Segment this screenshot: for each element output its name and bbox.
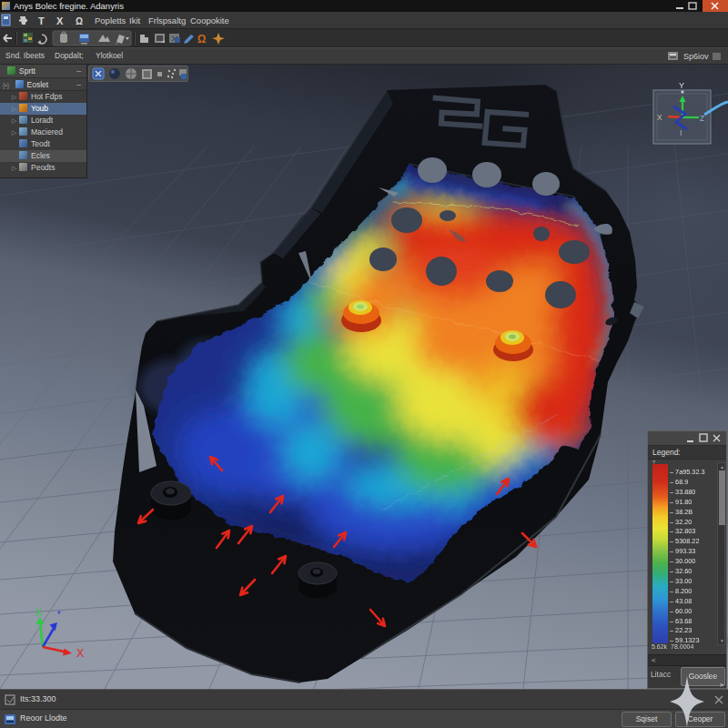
svg-text:Popletts: Popletts	[95, 15, 126, 25]
svg-text:Frlspsaltg: Frlspsaltg	[148, 15, 186, 25]
svg-text:Ω: Ω	[76, 16, 83, 26]
svg-text:X: X	[35, 607, 43, 618]
svg-text:X: X	[76, 647, 84, 660]
svg-text:X: X	[56, 15, 64, 26]
svg-text:*: *	[57, 610, 61, 620]
svg-text:X: X	[657, 113, 662, 122]
svg-text:Ω: Ω	[197, 33, 207, 46]
svg-text:Sp6iov: Sp6iov	[683, 52, 709, 61]
svg-text:Z: Z	[700, 114, 704, 123]
svg-text:T: T	[38, 15, 45, 26]
svg-text:Coopokite: Coopokite	[190, 15, 229, 25]
svg-text:Ikit: Ikit	[129, 15, 141, 25]
svg-text:Y: Y	[679, 81, 684, 90]
svg-text:I: I	[680, 128, 682, 137]
